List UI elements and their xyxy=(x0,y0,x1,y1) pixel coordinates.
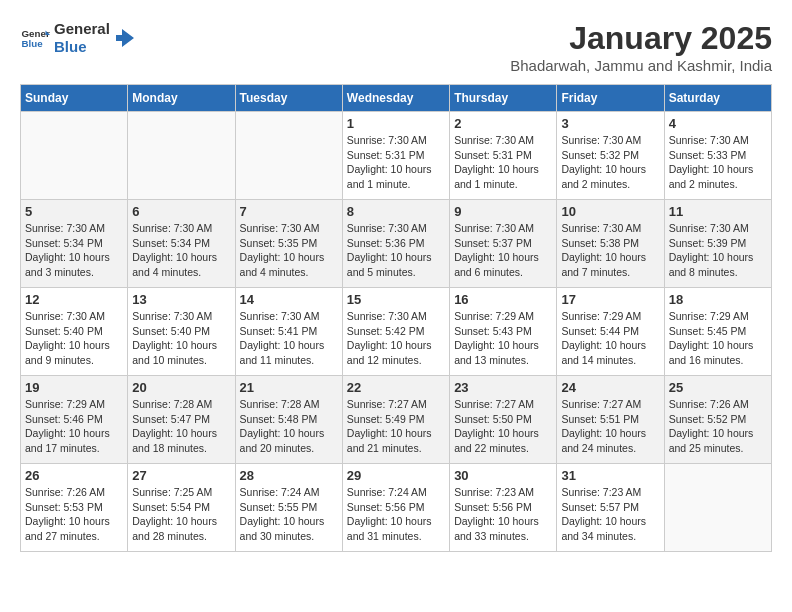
calendar-cell: 8Sunrise: 7:30 AM Sunset: 5:36 PM Daylig… xyxy=(342,200,449,288)
calendar-cell: 27Sunrise: 7:25 AM Sunset: 5:54 PM Dayli… xyxy=(128,464,235,552)
col-header-wednesday: Wednesday xyxy=(342,85,449,112)
day-number: 2 xyxy=(454,116,552,131)
day-info: Sunrise: 7:27 AM Sunset: 5:51 PM Dayligh… xyxy=(561,397,659,456)
day-info: Sunrise: 7:24 AM Sunset: 5:55 PM Dayligh… xyxy=(240,485,338,544)
day-number: 6 xyxy=(132,204,230,219)
calendar-cell: 21Sunrise: 7:28 AM Sunset: 5:48 PM Dayli… xyxy=(235,376,342,464)
day-number: 27 xyxy=(132,468,230,483)
day-number: 25 xyxy=(669,380,767,395)
day-number: 23 xyxy=(454,380,552,395)
day-number: 3 xyxy=(561,116,659,131)
day-number: 20 xyxy=(132,380,230,395)
day-number: 28 xyxy=(240,468,338,483)
calendar-cell: 26Sunrise: 7:26 AM Sunset: 5:53 PM Dayli… xyxy=(21,464,128,552)
logo-icon: General Blue xyxy=(20,23,50,53)
page-header: General Blue General Blue January 2025 B… xyxy=(20,20,772,74)
day-info: Sunrise: 7:27 AM Sunset: 5:49 PM Dayligh… xyxy=(347,397,445,456)
day-number: 1 xyxy=(347,116,445,131)
calendar-cell xyxy=(664,464,771,552)
calendar-cell: 30Sunrise: 7:23 AM Sunset: 5:56 PM Dayli… xyxy=(450,464,557,552)
calendar-cell: 31Sunrise: 7:23 AM Sunset: 5:57 PM Dayli… xyxy=(557,464,664,552)
col-header-sunday: Sunday xyxy=(21,85,128,112)
calendar-cell: 4Sunrise: 7:30 AM Sunset: 5:33 PM Daylig… xyxy=(664,112,771,200)
day-number: 13 xyxy=(132,292,230,307)
day-number: 19 xyxy=(25,380,123,395)
logo-arrow-icon xyxy=(114,27,136,49)
calendar-cell: 3Sunrise: 7:30 AM Sunset: 5:32 PM Daylig… xyxy=(557,112,664,200)
day-number: 14 xyxy=(240,292,338,307)
day-info: Sunrise: 7:26 AM Sunset: 5:53 PM Dayligh… xyxy=(25,485,123,544)
calendar-cell xyxy=(235,112,342,200)
calendar-title: January 2025 xyxy=(510,20,772,57)
day-info: Sunrise: 7:30 AM Sunset: 5:37 PM Dayligh… xyxy=(454,221,552,280)
day-number: 18 xyxy=(669,292,767,307)
day-info: Sunrise: 7:27 AM Sunset: 5:50 PM Dayligh… xyxy=(454,397,552,456)
day-info: Sunrise: 7:30 AM Sunset: 5:39 PM Dayligh… xyxy=(669,221,767,280)
calendar-cell: 5Sunrise: 7:30 AM Sunset: 5:34 PM Daylig… xyxy=(21,200,128,288)
col-header-thursday: Thursday xyxy=(450,85,557,112)
day-info: Sunrise: 7:30 AM Sunset: 5:42 PM Dayligh… xyxy=(347,309,445,368)
calendar-cell: 15Sunrise: 7:30 AM Sunset: 5:42 PM Dayli… xyxy=(342,288,449,376)
day-info: Sunrise: 7:30 AM Sunset: 5:31 PM Dayligh… xyxy=(347,133,445,192)
day-number: 26 xyxy=(25,468,123,483)
calendar-table: SundayMondayTuesdayWednesdayThursdayFrid… xyxy=(20,84,772,552)
day-number: 12 xyxy=(25,292,123,307)
col-header-saturday: Saturday xyxy=(664,85,771,112)
calendar-cell: 19Sunrise: 7:29 AM Sunset: 5:46 PM Dayli… xyxy=(21,376,128,464)
day-info: Sunrise: 7:24 AM Sunset: 5:56 PM Dayligh… xyxy=(347,485,445,544)
day-info: Sunrise: 7:30 AM Sunset: 5:41 PM Dayligh… xyxy=(240,309,338,368)
day-number: 5 xyxy=(25,204,123,219)
logo: General Blue General Blue xyxy=(20,20,136,56)
calendar-cell: 10Sunrise: 7:30 AM Sunset: 5:38 PM Dayli… xyxy=(557,200,664,288)
day-number: 4 xyxy=(669,116,767,131)
col-header-tuesday: Tuesday xyxy=(235,85,342,112)
svg-text:Blue: Blue xyxy=(22,38,44,49)
day-number: 9 xyxy=(454,204,552,219)
day-number: 30 xyxy=(454,468,552,483)
day-info: Sunrise: 7:30 AM Sunset: 5:34 PM Dayligh… xyxy=(25,221,123,280)
day-number: 31 xyxy=(561,468,659,483)
calendar-cell: 22Sunrise: 7:27 AM Sunset: 5:49 PM Dayli… xyxy=(342,376,449,464)
day-info: Sunrise: 7:28 AM Sunset: 5:47 PM Dayligh… xyxy=(132,397,230,456)
day-info: Sunrise: 7:26 AM Sunset: 5:52 PM Dayligh… xyxy=(669,397,767,456)
title-block: January 2025 Bhadarwah, Jammu and Kashmi… xyxy=(510,20,772,74)
calendar-cell xyxy=(21,112,128,200)
day-info: Sunrise: 7:30 AM Sunset: 5:40 PM Dayligh… xyxy=(25,309,123,368)
col-header-monday: Monday xyxy=(128,85,235,112)
day-info: Sunrise: 7:30 AM Sunset: 5:36 PM Dayligh… xyxy=(347,221,445,280)
day-info: Sunrise: 7:29 AM Sunset: 5:43 PM Dayligh… xyxy=(454,309,552,368)
calendar-cell: 25Sunrise: 7:26 AM Sunset: 5:52 PM Dayli… xyxy=(664,376,771,464)
day-number: 8 xyxy=(347,204,445,219)
calendar-cell xyxy=(128,112,235,200)
day-number: 11 xyxy=(669,204,767,219)
logo-blue: Blue xyxy=(54,38,110,56)
calendar-cell: 9Sunrise: 7:30 AM Sunset: 5:37 PM Daylig… xyxy=(450,200,557,288)
day-info: Sunrise: 7:30 AM Sunset: 5:35 PM Dayligh… xyxy=(240,221,338,280)
day-number: 22 xyxy=(347,380,445,395)
day-info: Sunrise: 7:23 AM Sunset: 5:57 PM Dayligh… xyxy=(561,485,659,544)
calendar-cell: 23Sunrise: 7:27 AM Sunset: 5:50 PM Dayli… xyxy=(450,376,557,464)
day-number: 16 xyxy=(454,292,552,307)
day-info: Sunrise: 7:29 AM Sunset: 5:44 PM Dayligh… xyxy=(561,309,659,368)
calendar-cell: 16Sunrise: 7:29 AM Sunset: 5:43 PM Dayli… xyxy=(450,288,557,376)
calendar-cell: 2Sunrise: 7:30 AM Sunset: 5:31 PM Daylig… xyxy=(450,112,557,200)
day-info: Sunrise: 7:23 AM Sunset: 5:56 PM Dayligh… xyxy=(454,485,552,544)
day-info: Sunrise: 7:30 AM Sunset: 5:33 PM Dayligh… xyxy=(669,133,767,192)
day-info: Sunrise: 7:25 AM Sunset: 5:54 PM Dayligh… xyxy=(132,485,230,544)
day-number: 17 xyxy=(561,292,659,307)
day-info: Sunrise: 7:29 AM Sunset: 5:46 PM Dayligh… xyxy=(25,397,123,456)
calendar-cell: 14Sunrise: 7:30 AM Sunset: 5:41 PM Dayli… xyxy=(235,288,342,376)
calendar-cell: 13Sunrise: 7:30 AM Sunset: 5:40 PM Dayli… xyxy=(128,288,235,376)
calendar-cell: 11Sunrise: 7:30 AM Sunset: 5:39 PM Dayli… xyxy=(664,200,771,288)
day-info: Sunrise: 7:30 AM Sunset: 5:40 PM Dayligh… xyxy=(132,309,230,368)
calendar-cell: 12Sunrise: 7:30 AM Sunset: 5:40 PM Dayli… xyxy=(21,288,128,376)
day-number: 7 xyxy=(240,204,338,219)
calendar-subtitle: Bhadarwah, Jammu and Kashmir, India xyxy=(510,57,772,74)
day-info: Sunrise: 7:29 AM Sunset: 5:45 PM Dayligh… xyxy=(669,309,767,368)
day-number: 24 xyxy=(561,380,659,395)
day-info: Sunrise: 7:30 AM Sunset: 5:38 PM Dayligh… xyxy=(561,221,659,280)
day-number: 29 xyxy=(347,468,445,483)
svg-marker-3 xyxy=(116,29,134,47)
calendar-cell: 20Sunrise: 7:28 AM Sunset: 5:47 PM Dayli… xyxy=(128,376,235,464)
day-info: Sunrise: 7:30 AM Sunset: 5:31 PM Dayligh… xyxy=(454,133,552,192)
